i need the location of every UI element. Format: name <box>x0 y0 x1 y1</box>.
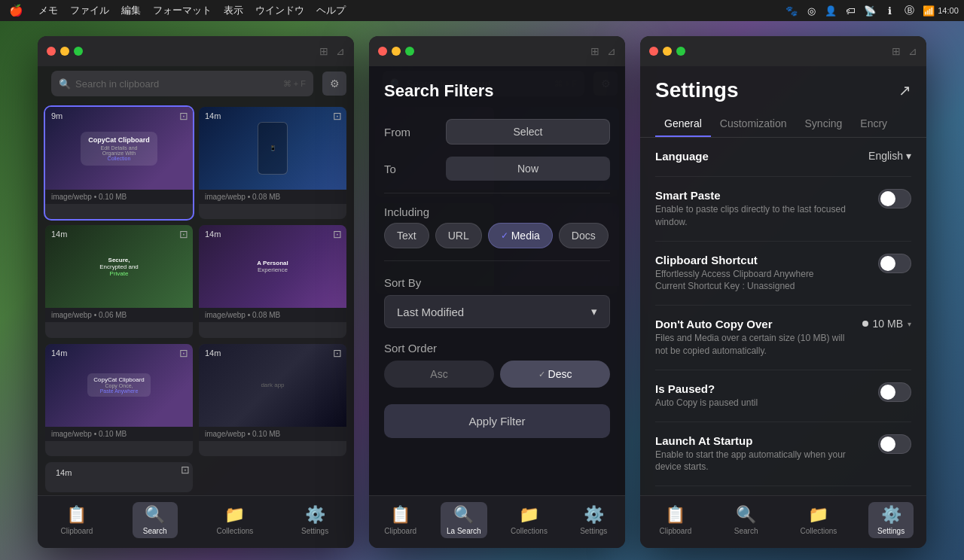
clip-item-1[interactable]: 9m ⊡ CopyCat Clipboard Edit Details and … <box>45 107 193 219</box>
clip-item-4[interactable]: 14m ⊡ A Personal Experience image/webp •… <box>199 225 346 337</box>
smart-paste-control <box>878 189 911 208</box>
maximize-btn-2[interactable] <box>405 47 414 56</box>
clip-item-3[interactable]: 14m ⊡ Secure, Encrypted and Private imag… <box>45 225 193 337</box>
grid-icon-2[interactable]: ⊞ <box>590 45 599 57</box>
maximize-btn-3[interactable] <box>676 47 685 56</box>
clip-item-7[interactable]: 14m ⊡ <box>45 462 193 492</box>
close-btn-2[interactable] <box>378 47 387 56</box>
startup-text: Launch At Startup Enable to start the ap… <box>655 434 869 474</box>
nav-settings-2[interactable]: ⚙️ Settings <box>571 502 616 538</box>
minimize-btn-2[interactable] <box>392 47 401 56</box>
tab-general[interactable]: General <box>655 111 711 137</box>
clip-copy-7[interactable]: ⊡ <box>181 464 190 476</box>
clip-time-4: 14m <box>205 230 221 239</box>
clip-copy-4[interactable]: ⊡ <box>333 228 342 240</box>
tab-encry[interactable]: Encry <box>851 111 896 137</box>
windows-container: ⊞ ⊿ 🔍 Search in clipboard ⌘ + F ⚙ 9m ⊡ C… <box>0 21 964 560</box>
nav-clipboard-1[interactable]: 📋 Clipboard <box>54 502 99 538</box>
close-btn-3[interactable] <box>649 47 658 56</box>
export-icon[interactable]: ↗ <box>898 81 911 99</box>
nav-clipboard-3[interactable]: 📋 Clipboard <box>653 502 698 538</box>
radar-icon: 📡 <box>863 4 877 17</box>
settings-content: Language English ▾ Smart Paste Enable to… <box>640 138 926 495</box>
clip-item-2[interactable]: 14m ⊡ 📱 image/webp • 0.08 MB <box>199 107 346 219</box>
tab-syncing[interactable]: Syncing <box>796 111 852 137</box>
shortcut-desc: Effortlessly Access Clipboard Anywhere <box>655 268 869 281</box>
language-control[interactable]: English ▾ <box>868 150 911 162</box>
smart-paste-row: Smart Paste Enable to paste clips direct… <box>655 177 911 242</box>
sort-desc-btn[interactable]: ✓ Desc <box>500 361 610 388</box>
chip-docs[interactable]: Docs <box>559 223 609 248</box>
maximize-btn-1[interactable] <box>74 47 83 56</box>
tab-customization[interactable]: Customization <box>711 111 796 137</box>
chip-media[interactable]: ✓ Media <box>488 223 553 248</box>
nav-settings-3[interactable]: ⚙️ Settings <box>868 502 914 538</box>
nav-clipboard-2[interactable]: 📋 Clipboard <box>378 502 423 538</box>
clip-copy-5[interactable]: ⊡ <box>179 347 188 359</box>
chip-text[interactable]: Text <box>384 223 429 248</box>
minimize-btn-1[interactable] <box>60 47 69 56</box>
menu-memo[interactable]: メモ <box>38 4 58 17</box>
asc-label: Asc <box>430 368 447 380</box>
nav-settings-label-1: Settings <box>301 527 328 535</box>
clip-copy-6[interactable]: ⊡ <box>333 347 342 359</box>
apple-icon[interactable]: 🍎 <box>9 4 23 17</box>
nav-collections-1[interactable]: 📁 Collections <box>210 502 259 538</box>
smart-paste-toggle[interactable] <box>878 189 911 208</box>
bottom-nav-2: 📋 Clipboard 🔍 La Search 📁 Collections ⚙️… <box>369 495 625 548</box>
nav-search-3[interactable]: 🔍 Search <box>724 502 769 538</box>
sort-dropdown[interactable]: Last Modified ▾ <box>384 295 610 328</box>
from-select-btn[interactable]: Select <box>446 119 610 145</box>
settings-title: Settings <box>655 78 738 102</box>
grid-icon-1[interactable]: ⊞ <box>319 45 328 57</box>
sort-asc-btn[interactable]: Asc <box>384 361 494 388</box>
language-selector[interactable]: English ▾ <box>868 150 911 162</box>
grid-icon-3[interactable]: ⊞ <box>892 45 901 57</box>
chips-container: Text URL ✓ Media Docs <box>369 223 625 248</box>
menu-view[interactable]: 表示 <box>224 4 243 17</box>
paused-toggle[interactable] <box>878 382 911 402</box>
clip-item-5[interactable]: 14m ⊡ CopyCat Clipboard Copy Once, Paste… <box>45 344 193 456</box>
search-bar-1[interactable]: 🔍 Search in clipboard ⌘ + F <box>51 71 313 96</box>
menu-edit[interactable]: 編集 <box>121 4 141 17</box>
divider-1 <box>384 193 610 193</box>
menu-window[interactable]: ウインドウ <box>255 4 304 17</box>
tag-icon: 🏷 <box>844 4 857 17</box>
settings-icon-3: ⚙️ <box>881 505 901 525</box>
nav-search-2[interactable]: 🔍 La Search <box>441 502 487 538</box>
nav-collections-3[interactable]: 📁 Collections <box>794 502 843 538</box>
clip-copy-3[interactable]: ⊡ <box>179 228 188 240</box>
chip-media-label: Media <box>511 230 540 242</box>
nav-clipboard-label-2: Clipboard <box>384 527 416 535</box>
close-btn-1[interactable] <box>47 47 56 56</box>
minimize-btn-3[interactable] <box>663 47 672 56</box>
auto-copy-control[interactable]: 10 MB ▾ <box>862 318 911 330</box>
nav-settings-label-2: Settings <box>580 527 607 535</box>
clip-copy-2[interactable]: ⊡ <box>333 110 342 122</box>
shortcut-toggle[interactable] <box>878 254 911 273</box>
nav-search-1[interactable]: 🔍 Search <box>133 502 178 538</box>
menu-format[interactable]: フォーマット <box>153 4 212 17</box>
settings-icon-2: ⚙️ <box>584 505 604 525</box>
to-now-btn[interactable]: Now <box>446 157 610 181</box>
menu-help[interactable]: ヘルプ <box>316 4 346 17</box>
clip-time-5: 14m <box>51 348 67 358</box>
nav-settings-1[interactable]: ⚙️ Settings <box>292 502 337 538</box>
nav-collections-2[interactable]: 📁 Collections <box>505 502 554 538</box>
nav-collections-label-2: Collections <box>511 527 548 535</box>
sort-order-label: Sort Order <box>384 342 610 355</box>
clip-copy-1[interactable]: ⊡ <box>179 110 188 122</box>
filter-icon-1[interactable]: ⊿ <box>336 45 345 57</box>
filter-icon-3[interactable]: ⊿ <box>908 45 917 57</box>
paused-control <box>878 382 911 402</box>
chip-url[interactable]: URL <box>435 223 482 248</box>
menu-file[interactable]: ファイル <box>70 4 109 17</box>
filter-icon-2[interactable]: ⊿ <box>607 45 616 57</box>
startup-toggle[interactable] <box>878 434 911 454</box>
clip-item-6[interactable]: 14m ⊡ dark app image/webp • 0.10 MB <box>199 344 346 456</box>
filter-btn-1[interactable]: ⚙ <box>322 72 346 96</box>
size-selector[interactable]: 10 MB ▾ <box>862 318 911 330</box>
nav-clipboard-label-1: Clipboard <box>60 527 93 535</box>
bottom-nav-3: 📋 Clipboard 🔍 Search 📁 Collections ⚙️ Se… <box>640 495 926 548</box>
apply-filter-btn[interactable]: Apply Filter <box>384 404 610 438</box>
